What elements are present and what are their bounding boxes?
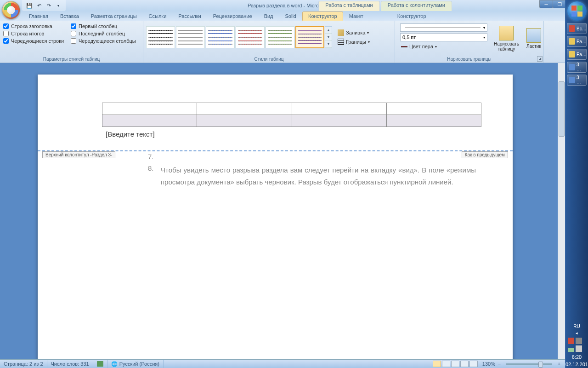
chk-banded-cols[interactable]: Чередующиеся столбцы: [71, 38, 140, 44]
placeholder-text[interactable]: [Введите текст]: [106, 130, 155, 138]
eraser-icon: [526, 28, 541, 43]
view-outline[interactable]: [460, 361, 469, 367]
status-words[interactable]: Число слов: 331: [47, 360, 93, 368]
style-gallery[interactable]: ▲▼▾ Заливка ▾ Границы ▾: [146, 22, 392, 53]
app-icon: [569, 77, 575, 83]
tab-hf-design[interactable]: Конструктор: [391, 12, 432, 21]
taskbar-item[interactable]: Ра…: [567, 49, 587, 60]
tab-table-layout[interactable]: Макет: [343, 12, 369, 21]
taskbar-item[interactable]: 3 …: [567, 62, 587, 73]
gallery-expand[interactable]: ▲▼▾: [325, 26, 332, 48]
ribbon-tabs: Главная Вставка Разметка страницы Ссылки…: [0, 11, 588, 21]
view-draft[interactable]: [469, 361, 478, 367]
tray-icon[interactable]: [568, 338, 574, 344]
status-page[interactable]: Страница: 2 из 2: [0, 360, 47, 368]
table-style-2[interactable]: [176, 26, 205, 48]
taskbar-item[interactable]: Ра…: [567, 36, 587, 47]
tab-review[interactable]: Рецензирование: [207, 12, 258, 21]
chk-first-col[interactable]: Первый столбец: [71, 23, 140, 29]
tray-expand-icon[interactable]: ◂: [565, 330, 588, 336]
context-tab-tables[interactable]: Работа с таблицами: [318, 1, 379, 11]
save-icon[interactable]: 💾: [25, 1, 34, 10]
status-proofing[interactable]: [93, 360, 107, 368]
group-table-styles: ▲▼▾ Заливка ▾ Границы ▾ Стили таблиц: [143, 21, 395, 63]
line-weight-select[interactable]: 0,5 пт▾: [400, 33, 487, 41]
maximize-button[interactable]: ❐: [553, 0, 566, 8]
view-print-layout[interactable]: [433, 361, 441, 367]
pen-color-button[interactable]: Цвет пера ▾: [400, 43, 487, 50]
app-icon: [569, 25, 575, 32]
table-style-5[interactable]: [266, 26, 294, 48]
chk-last-col[interactable]: Последний столбец: [71, 31, 140, 36]
book-icon: [97, 361, 103, 367]
redo-icon[interactable]: ↷: [44, 1, 53, 10]
tab-design[interactable]: Конструктор: [302, 12, 343, 21]
document-area[interactable]: [Введите текст] Верхний колонтитул -Разд…: [0, 63, 558, 359]
list-text: Чтобы увидеть место разрыва раздела вам …: [161, 164, 476, 188]
taskbar-item[interactable]: Вс…: [567, 23, 587, 34]
tab-mailings[interactable]: Рассылки: [172, 12, 207, 21]
zoom-out-button[interactable]: −: [496, 361, 503, 367]
zoom-slider[interactable]: [506, 363, 552, 365]
table-style-3[interactable]: [206, 26, 235, 48]
chevron-down-icon[interactable]: ▼: [325, 34, 332, 40]
pencil-icon: [499, 26, 514, 40]
chk-banded-rows[interactable]: Чередующиеся строки: [3, 38, 64, 44]
tab-solid[interactable]: Solid: [279, 12, 302, 21]
language-indicator[interactable]: RU: [565, 323, 588, 330]
line-style-select[interactable]: ▾: [400, 23, 487, 32]
more-icon[interactable]: ▾: [325, 41, 332, 48]
context-tab-headers[interactable]: Работа с колонтитулами: [381, 1, 452, 11]
folder-icon: [569, 51, 575, 58]
tab-insert[interactable]: Вставка: [54, 12, 85, 21]
clock-time[interactable]: 6:20: [565, 353, 588, 361]
list-num: 8.: [148, 164, 161, 188]
chk-header-row[interactable]: Строка заголовка: [3, 23, 52, 29]
undo-icon[interactable]: ↶: [34, 1, 44, 10]
group-label: Стили таблиц: [143, 57, 395, 62]
borders-icon: [338, 39, 344, 45]
minimize-button[interactable]: ─: [539, 0, 553, 8]
page[interactable]: [Введите текст] Верхний колонтитул -Разд…: [38, 75, 513, 359]
scrollbar-thumb[interactable]: [559, 81, 565, 137]
table-style-4[interactable]: [236, 26, 265, 48]
status-language[interactable]: 🌐Русский (Россия): [107, 360, 164, 368]
body-text[interactable]: 7. 8.Чтобы увидеть место разрыва раздела…: [148, 153, 476, 191]
windows-taskbar: Вс… Ра… Ра… 3 … 3 … RU ◂ 6:20 02.12.2013: [565, 0, 588, 368]
view-web[interactable]: [451, 361, 459, 367]
eraser-button[interactable]: Ластик: [523, 22, 545, 55]
group-label: Нарисовать границы: [395, 57, 543, 62]
bucket-icon: [338, 29, 344, 36]
borders-button[interactable]: Границы ▾: [336, 38, 372, 46]
shading-button[interactable]: Заливка ▾: [336, 29, 372, 37]
dialog-launcher-icon[interactable]: ◢: [537, 56, 543, 62]
chk-total-row[interactable]: Строка итогов: [3, 31, 44, 36]
vertical-scrollbar[interactable]: [558, 63, 565, 359]
system-tray[interactable]: [565, 336, 588, 353]
tab-home[interactable]: Главная: [23, 12, 54, 21]
tab-view[interactable]: Вид: [258, 12, 279, 21]
group-label: Параметры стилей таблиц: [0, 57, 143, 62]
draw-table-button[interactable]: Нарисовать таблицу: [490, 22, 523, 55]
folder-icon: [569, 38, 575, 45]
tray-icon[interactable]: [576, 338, 582, 344]
office-button[interactable]: [2, 1, 20, 19]
volume-icon[interactable]: [576, 345, 582, 352]
chevron-up-icon[interactable]: ▲: [325, 27, 332, 34]
zoom-level[interactable]: 130%: [482, 361, 495, 367]
table-style-1[interactable]: [146, 26, 175, 48]
tab-layout[interactable]: Разметка страницы: [85, 12, 143, 21]
start-button[interactable]: [567, 1, 587, 21]
view-full-reading[interactable]: [442, 361, 450, 367]
table-style-selected[interactable]: [295, 26, 324, 48]
zoom-in-button[interactable]: +: [556, 361, 562, 367]
network-icon[interactable]: [568, 345, 574, 352]
header-table[interactable]: [102, 103, 481, 127]
globe-icon: 🌐: [111, 361, 118, 367]
qat-more-icon[interactable]: ▾: [54, 1, 63, 10]
tab-references[interactable]: Ссылки: [143, 12, 173, 21]
taskbar-item[interactable]: 3 …: [567, 75, 587, 86]
clock-date[interactable]: 02.12.2013: [565, 361, 588, 368]
app-icon: [569, 64, 575, 70]
quick-access-toolbar: 💾 ↶ ↷ ▾: [22, 0, 66, 11]
